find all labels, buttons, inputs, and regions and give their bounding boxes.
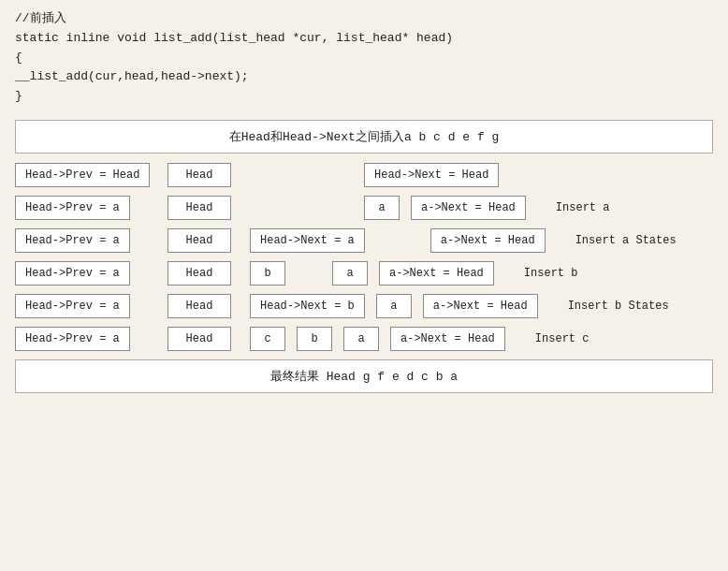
box-a-5-wrap: a <box>343 327 379 351</box>
box-head-3: Head <box>167 261 231 286</box>
box-a-4: a <box>376 294 412 318</box>
col-left-2: Head->Prev = a <box>15 228 160 253</box>
box-anext-head-3-wrap: a->Next = Head <box>379 261 494 286</box>
banner-text: 在Head和Head->Next之间插入a b c d e f g <box>229 130 500 144</box>
col-left-0: Head->Prev = Head <box>15 163 160 187</box>
box-a-1: a <box>364 196 400 220</box>
box-head-prev-a-3: Head->Prev = a <box>15 261 130 286</box>
box-anext-head-4: a->Next = Head <box>423 294 538 318</box>
box-head-5: Head <box>167 327 231 351</box>
box-c-5-wrap: c <box>250 327 285 351</box>
row-initial: Head->Prev = Head Head Head->Next = Head <box>15 163 726 187</box>
box-head-prev-a-2: Head->Prev = a <box>15 228 130 253</box>
box-head-next-b-wrap: Head->Next = b <box>250 294 365 318</box>
row-insert-b: Head->Prev = a Head b a a->Next = Head I… <box>15 261 726 286</box>
box-head-prev-a-5: Head->Prev = a <box>15 327 130 351</box>
box-head-next-b: Head->Next = b <box>250 294 365 318</box>
code-block: //前插入 static inline void list_add(list_h… <box>15 9 713 107</box>
row-insert-a-states: Head->Prev = a Head Head->Next = a a->Ne… <box>15 228 726 253</box>
box-anext-head-5: a->Next = Head <box>390 327 505 351</box>
col-head-0: Head <box>167 163 242 187</box>
label-insert-c: Insert c <box>535 332 590 345</box>
label-insert-b-states: Insert b States <box>568 300 669 313</box>
box-a-3: a <box>332 261 368 286</box>
box-a-3-wrap: a <box>332 261 368 286</box>
box-c-5: c <box>250 327 285 351</box>
col-head-1: Head <box>167 196 242 220</box>
label-insert-a-states: Insert a States <box>575 234 677 247</box>
box-anext-head-2-wrap: a->Next = Head <box>430 228 546 253</box>
box-head-prev-head: Head->Prev = Head <box>15 163 150 187</box>
box-head-0: Head <box>167 163 231 187</box>
box-head-2: Head <box>167 228 231 253</box>
box-a-5: a <box>343 327 379 351</box>
box-head-next-head: Head->Next = Head <box>364 163 499 187</box>
label-insert-a: Insert a <box>556 201 610 214</box>
box-a-1-wrap: a <box>364 196 400 220</box>
box-b-3: b <box>250 261 285 286</box>
box-head-prev-a-1: Head->Prev = a <box>15 196 130 220</box>
box-anext-head-1-wrap: a->Next = Head <box>411 196 526 220</box>
box-head-prev-a-4: Head->Prev = a <box>15 294 130 318</box>
code-line3: __list_add(cur,head,head->next); <box>15 67 713 87</box>
banner: 在Head和Head->Next之间插入a b c d e f g <box>15 120 713 154</box>
label-insert-b: Insert b <box>524 267 578 280</box>
code-line1: static inline void list_add(list_head *c… <box>15 29 713 49</box>
box-anext-head-3: a->Next = Head <box>379 261 494 286</box>
col-head-4: Head <box>167 294 242 318</box>
col-head-2: Head <box>167 228 242 253</box>
box-b-5-wrap: b <box>297 327 332 351</box>
col-head-5: Head <box>167 327 242 351</box>
box-b-3-wrap: b <box>250 261 285 286</box>
box-head-1: Head <box>167 196 231 220</box>
code-comment: //前插入 <box>15 9 713 29</box>
box-anext-head-2: a->Next = Head <box>430 228 546 253</box>
footer-text: 最终结果 Head g f e d c b a <box>270 370 458 384</box>
box-a-4-wrap: a <box>376 294 412 318</box>
col-left-4: Head->Prev = a <box>15 294 160 318</box>
col-left-1: Head->Prev = a <box>15 196 160 220</box>
box-anext-head-1: a->Next = Head <box>411 196 526 220</box>
row-insert-a: Head->Prev = a Head a a->Next = Head Ins… <box>15 196 726 220</box>
col-left-5: Head->Prev = a <box>15 327 160 351</box>
box-head-next-a-wrap: Head->Next = a <box>250 228 365 253</box>
footer: 最终结果 Head g f e d c b a <box>15 359 713 393</box>
box-anext-head-4-wrap: a->Next = Head <box>423 294 538 318</box>
box-head-4: Head <box>167 294 231 318</box>
col-mid3-0: Head->Next = Head <box>364 163 499 187</box>
col-left-3: Head->Prev = a <box>15 261 160 286</box>
box-anext-head-5-wrap: a->Next = Head <box>390 327 505 351</box>
code-line2: { <box>15 49 713 68</box>
col-head-3: Head <box>167 261 242 286</box>
row-insert-b-states: Head->Prev = a Head Head->Next = b a a->… <box>15 294 726 318</box>
box-b-5: b <box>297 327 332 351</box>
box-head-next-a: Head->Next = a <box>250 228 365 253</box>
code-line4: } <box>15 87 713 107</box>
row-insert-c: Head->Prev = a Head c b a a->Next = Head… <box>15 327 726 351</box>
